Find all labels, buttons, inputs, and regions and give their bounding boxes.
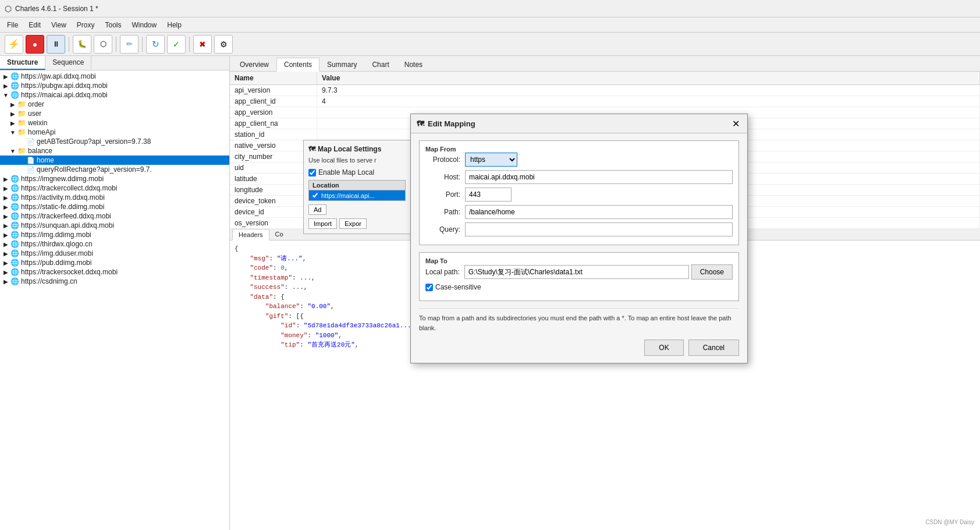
tree-item-static-fe[interactable]: ▶ 🌐 https://static-fe.ddimg.mobi bbox=[0, 202, 229, 211]
tree-item-pubgw[interactable]: ▶ 🌐 https://pubgw.api.ddxq.mobi bbox=[0, 81, 229, 90]
menu-help[interactable]: Help bbox=[162, 20, 186, 30]
toggle-gw[interactable]: ▶ bbox=[2, 73, 9, 80]
tree-item-weixin[interactable]: ▶ 📁 weixin bbox=[0, 118, 229, 128]
tree-item-balance[interactable]: ▼ 📁 balance bbox=[0, 146, 229, 156]
toggle-trackercollect[interactable]: ▶ bbox=[2, 185, 9, 192]
toggle-trackerfeed[interactable]: ▶ bbox=[2, 213, 9, 220]
path-input[interactable] bbox=[465, 205, 733, 219]
pen-btn[interactable]: ✏ bbox=[120, 35, 139, 54]
menu-edit[interactable]: Edit bbox=[24, 20, 45, 30]
tab-structure[interactable]: Structure bbox=[0, 56, 45, 70]
toolbar: ⚡ ● ⏸ 🐛 ⬡ ✏ ↻ ✓ ✖ ⚙ bbox=[0, 33, 980, 56]
settings-btn[interactable]: ⚙ bbox=[214, 35, 233, 54]
tree-item-trackersocket[interactable]: ▶ 🌐 https://trackersocket.ddxq.mobi bbox=[0, 267, 229, 277]
menu-tools[interactable]: Tools bbox=[101, 20, 126, 30]
export-btn[interactable]: Expor bbox=[339, 218, 367, 229]
tools-btn[interactable]: ✖ bbox=[193, 35, 212, 54]
tree-item-activity[interactable]: ▶ 🌐 https://activity.m.ddxq.mobi bbox=[0, 193, 229, 202]
toggle-activity[interactable]: ▶ bbox=[2, 195, 9, 201]
tree-label-user: user bbox=[28, 109, 41, 118]
globe-icon-gw: 🌐 bbox=[10, 72, 19, 80]
toggle-imgnew[interactable]: ▶ bbox=[2, 176, 9, 182]
location-row[interactable]: https://maicai.api... bbox=[309, 190, 405, 200]
menu-file[interactable]: File bbox=[2, 20, 23, 30]
tree-item-getABTest[interactable]: ▶ 📄 getABTestGroup?api_version=9.7.38 bbox=[0, 137, 229, 146]
tree-item-img-dduser[interactable]: ▶ 🌐 https://img.dduser.mobi bbox=[0, 249, 229, 258]
sidebar: Structure Sequence ▶ 🌐 https://gw.api.dd… bbox=[0, 56, 230, 530]
tree-item-pub-ddimg[interactable]: ▶ 🌐 https://pub.ddimg.mobi bbox=[0, 258, 229, 267]
sub-tab-co[interactable]: Co bbox=[269, 229, 289, 240]
menu-window[interactable]: Window bbox=[127, 20, 162, 30]
tab-chart[interactable]: Chart bbox=[364, 58, 396, 71]
tab-summary[interactable]: Summary bbox=[319, 58, 364, 71]
tree-item-sunquan[interactable]: ▶ 🌐 https://sunquan.api.ddxq.mobi bbox=[0, 221, 229, 230]
toggle-user[interactable]: ▶ bbox=[9, 111, 16, 117]
toggle-img-ddimg[interactable]: ▶ bbox=[2, 232, 9, 238]
toggle-img-dduser[interactable]: ▶ bbox=[2, 250, 9, 257]
cell-name-2: app_version bbox=[230, 107, 317, 118]
tree-item-queryRoll[interactable]: ▶ 📄 queryRollRecharge?api_version=9.7. bbox=[0, 165, 229, 174]
tree-item-home[interactable]: ▶ 📄 home bbox=[0, 156, 229, 165]
refresh-btn[interactable]: ↻ bbox=[146, 35, 165, 54]
toggle-pub-ddimg[interactable]: ▶ bbox=[2, 260, 9, 266]
cancel-btn[interactable]: Cancel bbox=[688, 340, 739, 356]
table-row[interactable]: app_client_id 4 bbox=[230, 96, 980, 107]
cell-val-0: 9.7.3 bbox=[317, 85, 980, 96]
enable-map-local-checkbox[interactable] bbox=[308, 169, 316, 176]
hex-btn[interactable]: ⬡ bbox=[94, 35, 112, 54]
toggle-thirdwx[interactable]: ▶ bbox=[2, 241, 9, 248]
protocol-select[interactable]: https http https+ssl bbox=[465, 153, 517, 167]
toggle-weixin[interactable]: ▶ bbox=[9, 120, 16, 126]
pause-btn[interactable]: ⏸ bbox=[47, 35, 65, 54]
toggle-pubgw[interactable]: ▶ bbox=[2, 83, 9, 89]
tab-overview[interactable]: Overview bbox=[232, 58, 276, 71]
toggle-homeApi[interactable]: ▼ bbox=[9, 129, 16, 136]
tree-item-imgnew[interactable]: ▶ 🌐 https://imgnew.ddimg.mobi bbox=[0, 174, 229, 183]
dialog-title-bar: 🗺 Edit Mapping ✕ bbox=[411, 114, 747, 133]
bug-btn[interactable]: 🐛 bbox=[73, 35, 91, 54]
import-btn[interactable]: Import bbox=[308, 218, 337, 229]
tree-item-order[interactable]: ▶ 📁 order bbox=[0, 100, 229, 109]
tab-contents[interactable]: Contents bbox=[276, 58, 319, 72]
tree-item-user[interactable]: ▶ 📁 user bbox=[0, 109, 229, 118]
menu-view[interactable]: View bbox=[47, 20, 71, 30]
table-row[interactable]: api_version 9.7.3 bbox=[230, 85, 980, 96]
dialog-close-btn[interactable]: ✕ bbox=[730, 118, 741, 129]
query-input[interactable] bbox=[465, 222, 733, 236]
record-btn[interactable]: ● bbox=[26, 35, 44, 54]
toggle-trackersocket[interactable]: ▶ bbox=[2, 269, 9, 275]
local-path-input[interactable] bbox=[464, 265, 689, 279]
check-btn[interactable]: ✓ bbox=[167, 35, 186, 54]
tree-item-gw[interactable]: ▶ 🌐 https://gw.api.ddxq.mobi bbox=[0, 72, 229, 81]
port-input[interactable] bbox=[465, 188, 512, 202]
tree-item-img-ddimg[interactable]: ▶ 🌐 https://img.ddimg.mobi bbox=[0, 230, 229, 239]
tab-sequence[interactable]: Sequence bbox=[45, 56, 91, 70]
toggle-maicai[interactable]: ▼ bbox=[2, 92, 9, 98]
tree-item-trackercollect[interactable]: ▶ 🌐 https://trackercollect.ddxq.mobi bbox=[0, 183, 229, 193]
tree-label-homeApi: homeApi bbox=[28, 128, 55, 136]
lightning-btn[interactable]: ⚡ bbox=[5, 35, 23, 54]
tree-item-csdnimg[interactable]: ▶ 🌐 https://csdnimg.cn bbox=[0, 277, 229, 286]
case-sensitive-checkbox[interactable] bbox=[425, 284, 433, 291]
toggle-csdnimg[interactable]: ▶ bbox=[2, 278, 9, 285]
sub-tab-headers[interactable]: Headers bbox=[232, 229, 269, 241]
folder-icon-order: 📁 bbox=[17, 100, 26, 108]
tree-item-maicai[interactable]: ▼ 🌐 https://maicai.api.ddxq.mobi bbox=[0, 90, 229, 100]
map-from-group: Map From Protocol: https http https+ssl … bbox=[419, 140, 739, 245]
tree-item-trackerfeed[interactable]: ▶ 🌐 https://trackerfeed.ddxq.mobi bbox=[0, 211, 229, 221]
tree-item-homeApi[interactable]: ▼ 📁 homeApi bbox=[0, 128, 229, 137]
choose-btn[interactable]: Choose bbox=[691, 264, 733, 280]
menu-proxy[interactable]: Proxy bbox=[72, 20, 100, 30]
tab-notes[interactable]: Notes bbox=[397, 58, 430, 71]
toggle-sunquan[interactable]: ▶ bbox=[2, 222, 9, 229]
map-local-panel: 🗺 Map Local Settings Use local files to … bbox=[303, 140, 411, 234]
location-checkbox[interactable] bbox=[311, 192, 319, 199]
globe-icon-static-fe: 🌐 bbox=[10, 203, 19, 211]
toggle-balance[interactable]: ▼ bbox=[9, 148, 16, 154]
toggle-order[interactable]: ▶ bbox=[9, 101, 16, 108]
tree-item-thirdwx[interactable]: ▶ 🌐 https://thirdwx.qlogo.cn bbox=[0, 239, 229, 249]
host-input[interactable] bbox=[465, 170, 733, 184]
toggle-static-fe[interactable]: ▶ bbox=[2, 204, 9, 210]
ok-btn[interactable]: OK bbox=[644, 340, 683, 356]
add-btn[interactable]: Ad bbox=[308, 204, 326, 215]
